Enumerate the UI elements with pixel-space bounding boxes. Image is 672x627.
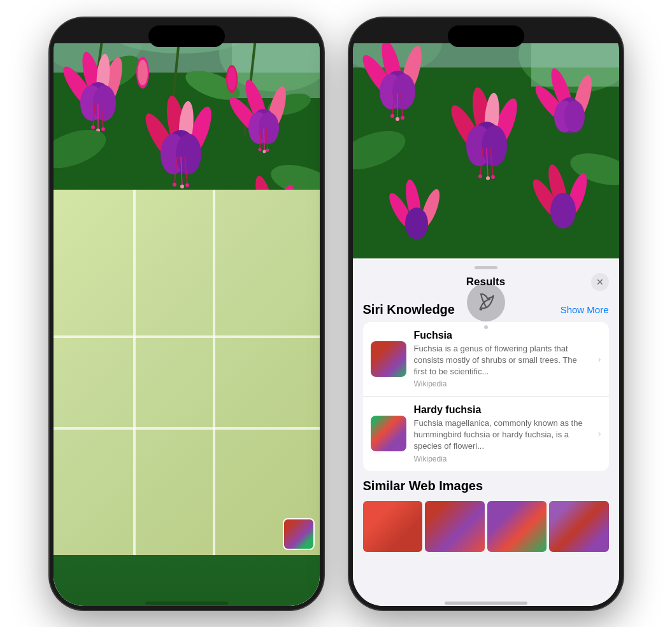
svg-point-100: [482, 125, 507, 166]
phone-frame-2: Results ✕ Siri Knowledge Show More Fuchs…: [349, 18, 623, 610]
siri-knowledge-title: Siri Knowledge: [363, 302, 455, 317]
svg-point-43: [259, 112, 279, 144]
dynamic-island: [148, 25, 225, 47]
results-content: Siri Knowledge Show More Fuchsia Fuchsia…: [353, 295, 619, 606]
knowledge-item-fuchsia[interactable]: Fuchsia Fuchsia is a genus of flowering …: [363, 322, 609, 397]
svg-point-93: [401, 116, 404, 120]
home-indicator-2: [445, 602, 527, 605]
hardy-chevron-icon: ›: [598, 428, 601, 439]
svg-point-31: [176, 134, 201, 174]
fuchsia-thumbnail: [371, 341, 406, 377]
svg-point-36: [180, 185, 184, 188]
hardy-info: Hardy fuchsia Fuchsia magellanica, commo…: [414, 404, 590, 463]
fuchsia-name: Fuchsia: [414, 330, 590, 341]
fuchsia-description: Fuchsia is a genus of flowering plants t…: [414, 343, 590, 378]
results-header: Results ✕: [353, 269, 619, 295]
fuchsia-chevron-icon: ›: [598, 354, 601, 364]
phone-frame-1: Add a Caption Look Up – Plant › Monday •…: [50, 18, 324, 610]
svg-line-45: [264, 129, 264, 151]
fuchsia-source: Wikipedia: [414, 379, 590, 388]
knowledge-card: Fuchsia Fuchsia is a genus of flowering …: [363, 322, 609, 471]
knowledge-item-hardy[interactable]: Hardy fuchsia Fuchsia magellanica, commo…: [363, 397, 609, 471]
similar-images-header: Similar Web Images: [363, 471, 609, 498]
svg-point-48: [262, 150, 266, 153]
hardy-thumbnail: [371, 416, 406, 451]
home-indicator: [145, 602, 228, 605]
similar-images-row: [363, 501, 609, 552]
caption-placeholder: Add a Caption: [54, 22, 122, 34]
map-area[interactable]: [54, 190, 320, 555]
similar-images-title: Similar Web Images: [363, 479, 483, 493]
svg-point-35: [173, 183, 176, 187]
svg-point-118: [405, 208, 428, 239]
show-more-button[interactable]: Show More: [561, 304, 609, 315]
map-road-h1: [54, 335, 320, 338]
hardy-source: Wikipedia: [414, 454, 590, 463]
phone-screen-2: Results ✕ Siri Knowledge Show More Fuchs…: [353, 22, 619, 606]
svg-point-92: [396, 117, 399, 121]
similar-image-1[interactable]: [363, 501, 423, 552]
svg-point-91: [390, 114, 394, 118]
fuchsia-photo-svg-2: [353, 22, 619, 260]
map-photo-thumbnail: [283, 518, 315, 550]
svg-point-24: [101, 127, 105, 131]
map-thumb-image: [284, 519, 313, 549]
svg-point-122: [550, 193, 576, 229]
svg-point-105: [486, 176, 490, 180]
map-road-v1: [133, 190, 136, 555]
svg-point-104: [478, 174, 482, 178]
hardy-description: Fuchsia magellanica, commonly known as t…: [414, 418, 590, 453]
map-road-v2: [213, 190, 215, 555]
svg-point-87: [392, 74, 415, 109]
close-button[interactable]: ✕: [591, 273, 609, 291]
svg-point-49: [266, 148, 269, 151]
fuchsia-info: Fuchsia Fuchsia is a genus of flowering …: [414, 330, 590, 389]
siri-leaf-icon: [477, 293, 495, 311]
similar-image-4[interactable]: [549, 501, 609, 552]
svg-point-18: [93, 85, 116, 121]
svg-point-53: [227, 67, 236, 90]
similar-image-2[interactable]: [425, 501, 485, 552]
hardy-name: Hardy fuchsia: [414, 404, 590, 416]
svg-point-106: [491, 175, 495, 179]
map-road-h2: [54, 427, 320, 430]
svg-point-37: [185, 183, 189, 187]
svg-point-51: [138, 60, 148, 85]
results-title: Results: [466, 276, 505, 288]
dynamic-island-2: [448, 25, 524, 47]
photo-display-2[interactable]: [353, 22, 619, 260]
svg-rect-5: [232, 22, 320, 98]
svg-rect-81: [531, 23, 619, 87]
svg-point-47: [258, 148, 261, 151]
phone-screen-1: Add a Caption Look Up – Plant › Monday •…: [54, 22, 320, 606]
svg-point-22: [91, 125, 95, 129]
similar-image-3[interactable]: [487, 501, 547, 552]
svg-point-112: [564, 101, 585, 132]
